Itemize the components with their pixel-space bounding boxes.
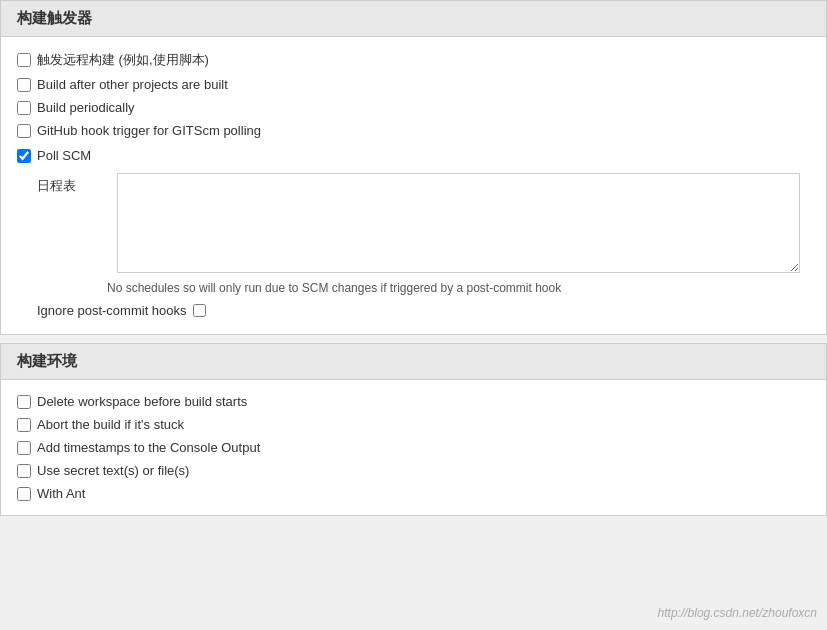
poll-scm-section: Poll SCM 日程表 No schedules so will only r…	[17, 144, 810, 324]
build-env-section: 构建环境 Delete workspace before build start…	[0, 343, 827, 516]
checkbox-row-github-hook: GitHub hook trigger for GITScm polling	[17, 119, 810, 142]
build-triggers-title: 构建触发器	[17, 9, 92, 26]
schedule-row: 日程表	[37, 167, 810, 279]
github-hook-checkbox[interactable]	[17, 124, 31, 138]
checkbox-row-remote: 触发远程构建 (例如,使用脚本)	[17, 47, 810, 73]
schedule-hint: No schedules so will only run due to SCM…	[107, 281, 810, 299]
build-after-other-label: Build after other projects are built	[37, 77, 228, 92]
build-triggers-section: 构建触发器 触发远程构建 (例如,使用脚本) Build after other…	[0, 0, 827, 335]
delete-workspace-checkbox[interactable]	[17, 395, 31, 409]
page-container: 构建触发器 触发远程构建 (例如,使用脚本) Build after other…	[0, 0, 827, 630]
abort-stuck-label: Abort the build if it's stuck	[37, 417, 184, 432]
build-periodically-label: Build periodically	[37, 100, 135, 115]
build-env-content: Delete workspace before build starts Abo…	[1, 380, 826, 515]
poll-scm-checkbox[interactable]	[17, 149, 31, 163]
delete-workspace-label: Delete workspace before build starts	[37, 394, 247, 409]
watermark: http://blog.csdn.net/zhoufoxcn	[658, 606, 817, 620]
checkbox-row-poll-scm: Poll SCM	[17, 144, 810, 167]
build-env-header: 构建环境	[1, 344, 826, 380]
remote-build-label: 触发远程构建 (例如,使用脚本)	[37, 51, 209, 69]
checkbox-row-periodically: Build periodically	[17, 96, 810, 119]
poll-scm-label: Poll SCM	[37, 148, 91, 163]
checkbox-row-after-other: Build after other projects are built	[17, 73, 810, 96]
schedule-textarea[interactable]	[117, 173, 800, 273]
build-triggers-header: 构建触发器	[1, 1, 826, 37]
github-hook-label: GitHub hook trigger for GITScm polling	[37, 123, 261, 138]
checkbox-row-delete-workspace: Delete workspace before build starts	[17, 390, 810, 413]
build-env-title: 构建环境	[17, 352, 77, 369]
checkbox-row-with-ant: With Ant	[17, 482, 810, 505]
ignore-post-commit-checkbox[interactable]	[193, 304, 206, 317]
with-ant-label: With Ant	[37, 486, 85, 501]
build-periodically-checkbox[interactable]	[17, 101, 31, 115]
ignore-post-commit-label: Ignore post-commit hooks	[37, 303, 187, 318]
with-ant-checkbox[interactable]	[17, 487, 31, 501]
schedule-label: 日程表	[37, 173, 117, 195]
checkbox-row-abort-stuck: Abort the build if it's stuck	[17, 413, 810, 436]
remote-build-checkbox[interactable]	[17, 53, 31, 67]
build-triggers-content: 触发远程构建 (例如,使用脚本) Build after other proje…	[1, 37, 826, 334]
checkbox-row-timestamps: Add timestamps to the Console Output	[17, 436, 810, 459]
checkbox-row-secret-text: Use secret text(s) or file(s)	[17, 459, 810, 482]
secret-text-checkbox[interactable]	[17, 464, 31, 478]
build-after-other-checkbox[interactable]	[17, 78, 31, 92]
ignore-row: Ignore post-commit hooks	[37, 299, 810, 324]
abort-stuck-checkbox[interactable]	[17, 418, 31, 432]
timestamps-label: Add timestamps to the Console Output	[37, 440, 260, 455]
secret-text-label: Use secret text(s) or file(s)	[37, 463, 189, 478]
timestamps-checkbox[interactable]	[17, 441, 31, 455]
